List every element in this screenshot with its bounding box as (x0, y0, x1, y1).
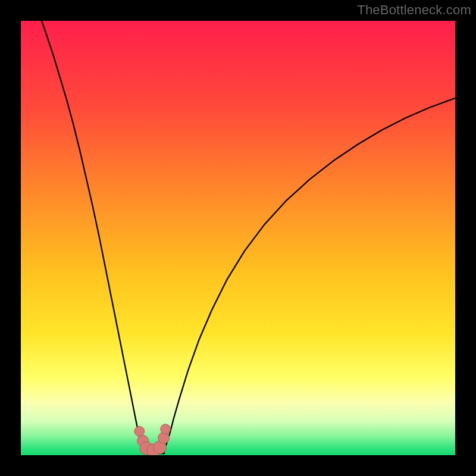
chart-area (21, 21, 455, 455)
app-frame: TheBottleneck.com (0, 0, 476, 476)
valley-marker (161, 424, 171, 434)
valley-marker (134, 426, 145, 436)
chart-svg (21, 21, 455, 455)
gradient-background (21, 21, 455, 455)
watermark-text: TheBottleneck.com (357, 2, 471, 18)
